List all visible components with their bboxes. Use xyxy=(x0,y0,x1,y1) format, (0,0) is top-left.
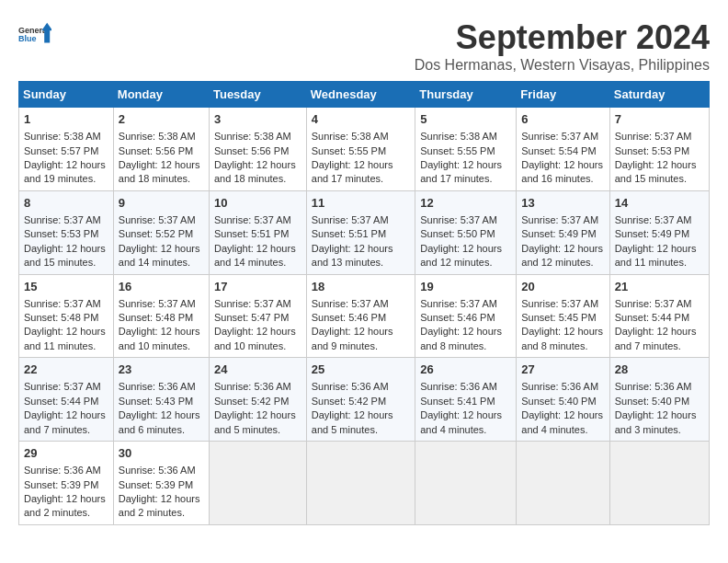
daylight-label: Daylight: 12 hours and 12 minutes. xyxy=(420,243,502,268)
day-number: 11 xyxy=(312,195,410,212)
sunrise-label: Sunrise: 5:37 AM xyxy=(214,298,291,309)
day-number: 17 xyxy=(214,279,301,295)
calendar-cell-w1-d1: 2 Sunrise: 5:38 AM Sunset: 5:56 PM Dayli… xyxy=(113,108,209,191)
calendar-cell-w2-d0: 8 Sunrise: 5:37 AM Sunset: 5:53 PM Dayli… xyxy=(19,190,114,274)
header-monday: Monday xyxy=(113,82,209,108)
daylight-label: Daylight: 12 hours and 4 minutes. xyxy=(420,409,502,434)
sunrise-label: Sunrise: 5:37 AM xyxy=(24,214,101,225)
sunset-label: Sunset: 5:40 PM xyxy=(521,396,596,407)
header-sunday: Sunday xyxy=(19,82,114,108)
sunrise-label: Sunrise: 5:37 AM xyxy=(420,214,497,225)
calendar-cell-w5-d0: 29 Sunrise: 5:36 AM Sunset: 5:39 PM Dayl… xyxy=(19,442,114,525)
calendar-cell-w4-d6: 28 Sunrise: 5:36 AM Sunset: 5:40 PM Dayl… xyxy=(609,358,709,442)
sunset-label: Sunset: 5:50 PM xyxy=(420,228,495,239)
sunset-label: Sunset: 5:55 PM xyxy=(420,145,495,156)
sunset-label: Sunset: 5:48 PM xyxy=(24,312,98,323)
day-number: 15 xyxy=(24,279,108,295)
calendar-cell-w5-d1: 30 Sunrise: 5:36 AM Sunset: 5:39 PM Dayl… xyxy=(113,442,209,525)
calendar-cell-w3-d5: 20 Sunrise: 5:37 AM Sunset: 5:45 PM Dayl… xyxy=(517,274,609,358)
calendar-week-1: 1 Sunrise: 5:38 AM Sunset: 5:57 PM Dayli… xyxy=(19,108,710,191)
calendar-cell-w3-d3: 18 Sunrise: 5:37 AM Sunset: 5:46 PM Dayl… xyxy=(306,274,415,358)
calendar-cell-w3-d2: 17 Sunrise: 5:37 AM Sunset: 5:47 PM Dayl… xyxy=(209,274,306,358)
sunset-label: Sunset: 5:51 PM xyxy=(312,228,386,239)
sunrise-label: Sunrise: 5:38 AM xyxy=(24,131,101,142)
calendar-week-3: 15 Sunrise: 5:37 AM Sunset: 5:48 PM Dayl… xyxy=(19,274,710,358)
calendar-cell-w2-d6: 14 Sunrise: 5:37 AM Sunset: 5:49 PM Dayl… xyxy=(609,190,709,274)
calendar-cell-w4-d1: 23 Sunrise: 5:36 AM Sunset: 5:43 PM Dayl… xyxy=(113,358,209,442)
daylight-label: Daylight: 12 hours and 2 minutes. xyxy=(119,493,200,518)
calendar-cell-w4-d3: 25 Sunrise: 5:36 AM Sunset: 5:42 PM Dayl… xyxy=(306,358,415,442)
day-number: 18 xyxy=(312,279,410,295)
calendar-cell-w1-d2: 3 Sunrise: 5:38 AM Sunset: 5:56 PM Dayli… xyxy=(209,108,306,191)
calendar-cell-w5-d4 xyxy=(415,442,517,525)
sunrise-label: Sunrise: 5:38 AM xyxy=(119,131,196,142)
daylight-label: Daylight: 12 hours and 15 minutes. xyxy=(615,159,697,184)
sunrise-label: Sunrise: 5:37 AM xyxy=(521,298,598,309)
sunrise-label: Sunrise: 5:37 AM xyxy=(615,131,692,142)
daylight-label: Daylight: 12 hours and 14 minutes. xyxy=(119,243,200,268)
calendar-week-2: 8 Sunrise: 5:37 AM Sunset: 5:53 PM Dayli… xyxy=(19,190,710,274)
day-number: 22 xyxy=(24,362,108,378)
daylight-label: Daylight: 12 hours and 11 minutes. xyxy=(615,243,697,268)
sunset-label: Sunset: 5:42 PM xyxy=(214,396,289,407)
sunset-label: Sunset: 5:44 PM xyxy=(615,312,689,323)
day-number: 27 xyxy=(521,362,604,378)
calendar-cell-w3-d0: 15 Sunrise: 5:37 AM Sunset: 5:48 PM Dayl… xyxy=(19,274,114,358)
calendar-cell-w2-d3: 11 Sunrise: 5:37 AM Sunset: 5:51 PM Dayl… xyxy=(306,190,415,274)
day-number: 21 xyxy=(615,279,704,295)
day-number: 8 xyxy=(24,195,108,212)
sunset-label: Sunset: 5:53 PM xyxy=(615,145,689,156)
calendar-week-4: 22 Sunrise: 5:37 AM Sunset: 5:44 PM Dayl… xyxy=(19,358,710,442)
calendar-header-row: SundayMondayTuesdayWednesdayThursdayFrid… xyxy=(19,82,710,108)
daylight-label: Daylight: 12 hours and 3 minutes. xyxy=(615,409,697,434)
logo: General Blue xyxy=(18,18,51,52)
day-number: 12 xyxy=(420,195,511,212)
day-number: 20 xyxy=(521,279,604,295)
day-number: 10 xyxy=(214,195,301,212)
daylight-label: Daylight: 12 hours and 5 minutes. xyxy=(312,409,393,434)
sunrise-label: Sunrise: 5:37 AM xyxy=(24,381,101,392)
sunset-label: Sunset: 5:56 PM xyxy=(214,145,289,156)
calendar-cell-w2-d4: 12 Sunrise: 5:37 AM Sunset: 5:50 PM Dayl… xyxy=(415,190,517,274)
day-number: 25 xyxy=(312,362,410,378)
calendar-week-5: 29 Sunrise: 5:36 AM Sunset: 5:39 PM Dayl… xyxy=(19,442,710,525)
header-thursday: Thursday xyxy=(415,82,517,108)
calendar-cell-w1-d6: 7 Sunrise: 5:37 AM Sunset: 5:53 PM Dayli… xyxy=(609,108,709,191)
title-area: September 2024 Dos Hermanas, Western Vis… xyxy=(415,18,710,74)
daylight-label: Daylight: 12 hours and 4 minutes. xyxy=(521,409,603,434)
sunset-label: Sunset: 5:39 PM xyxy=(24,479,98,490)
daylight-label: Daylight: 12 hours and 2 minutes. xyxy=(24,493,106,518)
sunset-label: Sunset: 5:46 PM xyxy=(312,312,386,323)
calendar-cell-w5-d6 xyxy=(609,442,709,525)
sunrise-label: Sunrise: 5:38 AM xyxy=(420,131,497,142)
sunset-label: Sunset: 5:56 PM xyxy=(119,145,193,156)
daylight-label: Daylight: 12 hours and 12 minutes. xyxy=(521,243,603,268)
sunset-label: Sunset: 5:44 PM xyxy=(24,396,98,407)
page-title: September 2024 xyxy=(415,18,710,57)
calendar-cell-w4-d2: 24 Sunrise: 5:36 AM Sunset: 5:42 PM Dayl… xyxy=(209,358,306,442)
calendar-cell-w5-d3 xyxy=(306,442,415,525)
svg-text:Blue: Blue xyxy=(18,34,37,43)
daylight-label: Daylight: 12 hours and 19 minutes. xyxy=(24,159,106,184)
daylight-label: Daylight: 12 hours and 7 minutes. xyxy=(615,326,697,350)
sunset-label: Sunset: 5:43 PM xyxy=(119,396,193,407)
sunrise-label: Sunrise: 5:36 AM xyxy=(312,381,389,392)
sunset-label: Sunset: 5:42 PM xyxy=(312,396,386,407)
sunrise-label: Sunrise: 5:37 AM xyxy=(119,214,196,225)
sunset-label: Sunset: 5:46 PM xyxy=(420,312,495,323)
calendar-cell-w1-d4: 5 Sunrise: 5:38 AM Sunset: 5:55 PM Dayli… xyxy=(415,108,517,191)
sunrise-label: Sunrise: 5:37 AM xyxy=(24,298,101,309)
calendar-cell-w3-d6: 21 Sunrise: 5:37 AM Sunset: 5:44 PM Dayl… xyxy=(609,274,709,358)
sunrise-label: Sunrise: 5:36 AM xyxy=(615,381,692,392)
sunset-label: Sunset: 5:45 PM xyxy=(521,312,596,323)
sunset-label: Sunset: 5:54 PM xyxy=(521,145,596,156)
day-number: 14 xyxy=(615,195,704,212)
sunrise-label: Sunrise: 5:37 AM xyxy=(615,298,692,309)
header-tuesday: Tuesday xyxy=(209,82,306,108)
header-friday: Friday xyxy=(517,82,609,108)
day-number: 29 xyxy=(24,445,108,462)
sunrise-label: Sunrise: 5:36 AM xyxy=(214,381,291,392)
sunrise-label: Sunrise: 5:37 AM xyxy=(214,214,291,225)
daylight-label: Daylight: 12 hours and 17 minutes. xyxy=(420,159,502,184)
sunset-label: Sunset: 5:49 PM xyxy=(521,228,596,239)
